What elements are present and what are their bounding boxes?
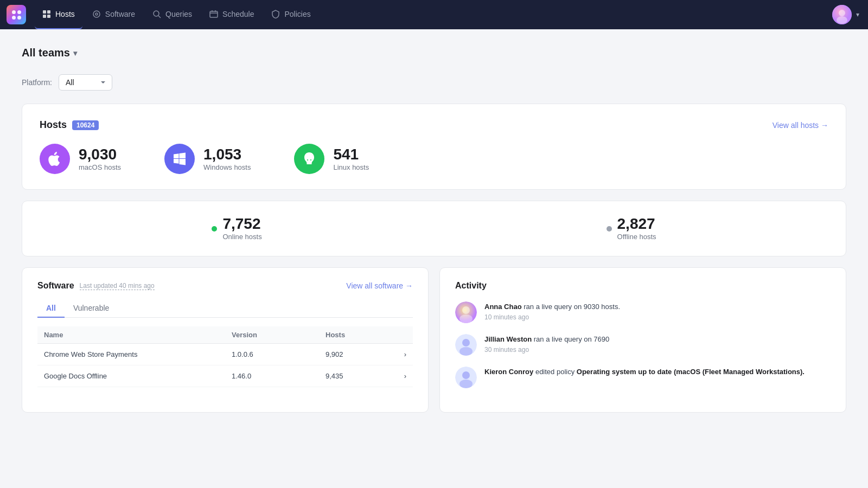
- svg-rect-1: [47, 10, 50, 14]
- svg-point-6: [154, 11, 159, 16]
- hosts-title-text: Hosts: [40, 119, 67, 131]
- software-tabs: All Vulnerable: [37, 299, 413, 318]
- offline-dot-icon: [607, 226, 612, 232]
- activity-time: 30 minutes ago: [484, 346, 609, 354]
- all-teams-button[interactable]: All teams ▾: [22, 47, 77, 59]
- offline-label: Offline hosts: [617, 233, 656, 241]
- teams-chevron-icon: ▾: [73, 49, 77, 57]
- svg-point-20: [459, 347, 473, 356]
- software-header: Software Last updated 40 mins ago View a…: [37, 281, 413, 291]
- software-title-row: Software Last updated 40 mins ago: [37, 281, 155, 291]
- nav-queries[interactable]: Queries: [145, 0, 200, 29]
- windows-label: Windows hosts: [203, 163, 251, 171]
- macos-icon: [40, 144, 70, 174]
- svg-point-16: [462, 306, 470, 314]
- platform-select[interactable]: All macOS Windows Linux: [59, 74, 112, 91]
- col-header-arrow: [394, 326, 413, 344]
- svg-rect-3: [47, 15, 50, 18]
- view-all-software-link[interactable]: View all software →: [346, 281, 413, 290]
- software-updated: Last updated 40 mins ago: [80, 282, 155, 290]
- offline-count: 2,827: [617, 216, 656, 232]
- svg-rect-0: [43, 10, 46, 14]
- svg-rect-2: [43, 15, 46, 18]
- software-row[interactable]: Chrome Web Store Payments 1.0.0.6 9,902 …: [37, 344, 413, 365]
- offline-stat: 2,827 Offline hosts: [607, 216, 656, 241]
- hosts-title: Hosts 10624: [40, 119, 99, 131]
- linux-count: 541: [333, 147, 369, 162]
- activity-avatar: [455, 301, 477, 323]
- activity-time: 10 minutes ago: [484, 313, 620, 321]
- activity-avatar: [455, 334, 477, 356]
- activity-avatar: [455, 367, 477, 388]
- nav-policies[interactable]: Policies: [264, 0, 318, 29]
- activity-list: Anna Chao ran a live query on 9030 hosts…: [455, 301, 831, 388]
- software-row[interactable]: Google Docs Offline 1.46.0 9,435 ›: [37, 365, 413, 387]
- nav-items: Hosts Software Queries Schedule Policies: [35, 0, 832, 29]
- online-stat: 7,752 Online hosts: [212, 216, 261, 241]
- activity-title: Activity: [455, 281, 831, 291]
- view-all-hosts-link[interactable]: View all hosts →: [773, 121, 828, 130]
- navbar: Hosts Software Queries Schedule Policies…: [0, 0, 868, 29]
- nav-software[interactable]: Software: [85, 0, 143, 29]
- windows-icon: [164, 144, 195, 174]
- col-header-name: Name: [37, 326, 225, 344]
- activity-content: Anna Chao ran a live query on 9030 hosts…: [484, 301, 620, 321]
- hosts-card-header: Hosts 10624 View all hosts →: [40, 119, 828, 131]
- user-menu-chevron[interactable]: ▾: [856, 11, 859, 18]
- online-dot-icon: [212, 226, 217, 232]
- svg-point-17: [459, 314, 473, 323]
- app-logo[interactable]: [7, 5, 26, 24]
- online-offline-card: 7,752 Online hosts 2,827 Offline hosts: [22, 201, 846, 256]
- activity-text: Jillian Weston ran a live query on 7690: [484, 334, 609, 345]
- macos-label: macOS hosts: [79, 163, 121, 171]
- online-label: Online hosts: [222, 233, 261, 241]
- svg-point-14: [837, 16, 847, 24]
- svg-point-22: [462, 371, 470, 379]
- hosts-stats: 9,030 macOS hosts 1,053 Windows hosts: [40, 144, 828, 174]
- linux-label: Linux hosts: [333, 163, 369, 171]
- activity-item: Jillian Weston ran a live query on 7690 …: [455, 334, 831, 356]
- hosts-badge: 10624: [72, 120, 99, 130]
- nav-hosts[interactable]: Hosts: [35, 0, 82, 29]
- activity-item: Kieron Conroy edited policy Operating sy…: [455, 367, 831, 388]
- linux-icon: [294, 144, 324, 174]
- main-content: All teams ▾ Platform: All macOS Windows …: [0, 29, 868, 430]
- col-header-version: Version: [225, 326, 319, 344]
- svg-point-23: [459, 380, 473, 388]
- windows-count: 1,053: [203, 147, 251, 162]
- software-hosts: 9,435: [319, 365, 394, 387]
- windows-stat: 1,053 Windows hosts: [164, 144, 251, 174]
- software-version: 1.0.0.6: [225, 344, 319, 365]
- nav-right: ▾: [832, 5, 868, 24]
- software-card: Software Last updated 40 mins ago View a…: [22, 267, 429, 413]
- user-avatar[interactable]: [832, 5, 852, 24]
- platform-row: Platform: All macOS Windows Linux: [22, 74, 846, 91]
- nav-schedule[interactable]: Schedule: [202, 0, 261, 29]
- macos-stat: 9,030 macOS hosts: [40, 144, 121, 174]
- software-row-arrow[interactable]: ›: [394, 344, 413, 365]
- software-hosts: 9,902: [319, 344, 394, 365]
- online-count: 7,752: [222, 216, 261, 232]
- software-table: Name Version Hosts Chrome Web Store Paym…: [37, 326, 413, 387]
- software-name: Chrome Web Store Payments: [37, 344, 225, 365]
- activity-content: Jillian Weston ran a live query on 7690 …: [484, 334, 609, 354]
- activity-card: Activity Anna Chao ran a live query on 9…: [439, 267, 846, 413]
- svg-rect-8: [210, 11, 218, 17]
- tab-vulnerable[interactable]: Vulnerable: [65, 299, 118, 318]
- software-title: Software: [37, 281, 74, 291]
- activity-content: Kieron Conroy edited policy Operating sy…: [484, 367, 805, 377]
- platform-label: Platform:: [22, 78, 52, 87]
- linux-stat: 541 Linux hosts: [294, 144, 369, 174]
- svg-line-7: [158, 16, 161, 18]
- svg-point-5: [95, 13, 98, 15]
- bottom-grid: Software Last updated 40 mins ago View a…: [22, 267, 846, 413]
- all-teams-label: All teams: [22, 47, 70, 59]
- svg-point-19: [462, 339, 470, 346]
- activity-text: Kieron Conroy edited policy Operating sy…: [484, 367, 805, 377]
- software-row-arrow[interactable]: ›: [394, 365, 413, 387]
- hosts-card: Hosts 10624 View all hosts → 9,030 macOS…: [22, 104, 846, 190]
- software-name: Google Docs Offline: [37, 365, 225, 387]
- tab-all[interactable]: All: [37, 299, 65, 318]
- activity-item: Anna Chao ran a live query on 9030 hosts…: [455, 301, 831, 323]
- activity-text: Anna Chao ran a live query on 9030 hosts…: [484, 301, 620, 312]
